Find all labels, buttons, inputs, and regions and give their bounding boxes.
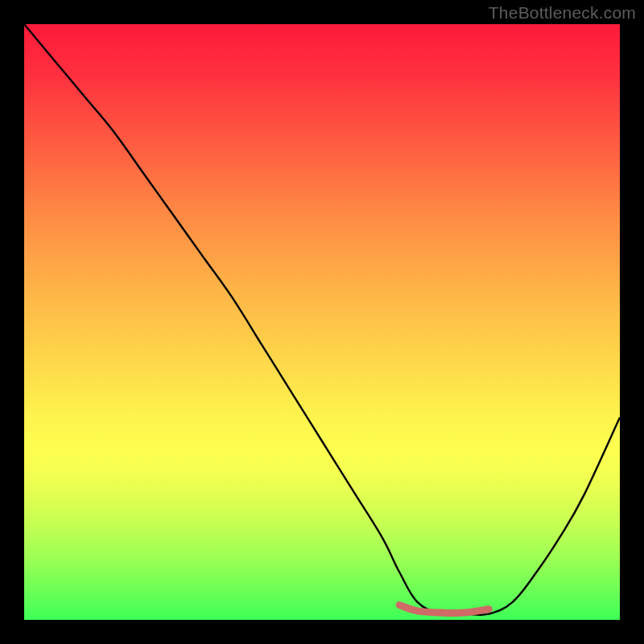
- bottleneck-curve-svg: [24, 24, 620, 620]
- bottleneck-flat-highlight-path: [399, 605, 489, 613]
- watermark-text: TheBottleneck.com: [489, 3, 636, 23]
- bottleneck-curve-path: [24, 24, 620, 615]
- chart-frame: TheBottleneck.com: [0, 0, 644, 644]
- plot-area: [24, 24, 620, 620]
